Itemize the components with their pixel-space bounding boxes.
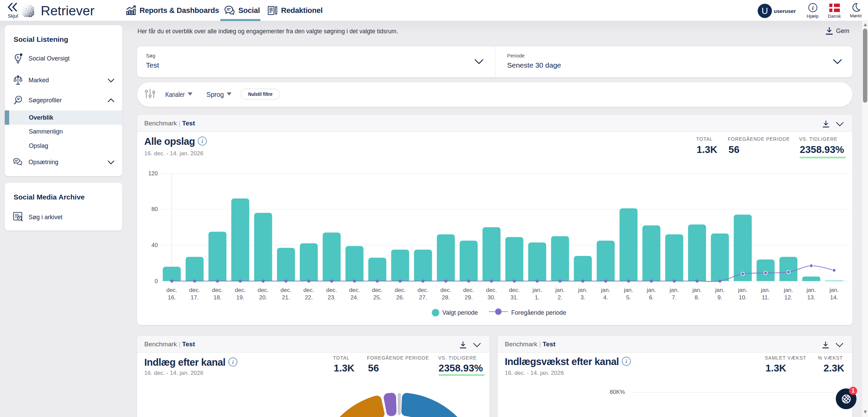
svg-text:7.: 7. [672, 294, 677, 301]
svg-text:dec.: dec. [189, 287, 200, 293]
svg-text:dec.: dec. [395, 287, 406, 293]
svg-text:dec.: dec. [509, 287, 520, 293]
svg-text:29.: 29. [465, 294, 473, 301]
svg-text:25.: 25. [373, 294, 382, 301]
svg-text:dec.: dec. [486, 287, 497, 293]
svg-text:30.: 30. [487, 294, 496, 301]
svg-text:Valgt periode: Valgt periode [442, 309, 478, 316]
svg-text:jan.: jan. [624, 287, 633, 293]
svg-text:5.: 5. [626, 294, 631, 301]
svg-text:dec.: dec. [280, 287, 291, 293]
svg-text:23.: 23. [328, 294, 336, 301]
svg-text:jan.: jan. [806, 287, 816, 293]
svg-text:i: i [202, 138, 203, 144]
svg-text:jan.: jan. [646, 287, 656, 293]
svg-text:4.: 4. [603, 294, 608, 301]
svg-text:10.: 10. [739, 294, 747, 301]
svg-text:jan.: jan. [715, 287, 724, 293]
svg-text:20.: 20. [259, 294, 267, 301]
svg-text:17.: 17. [190, 294, 199, 301]
svg-text:dec.: dec. [303, 287, 314, 293]
svg-text:9.: 9. [718, 294, 722, 301]
svg-text:jan.: jan. [555, 287, 565, 293]
svg-text:13.: 13. [807, 294, 815, 301]
svg-text:jan.: jan. [578, 287, 587, 293]
svg-text:jan.: jan. [738, 287, 747, 293]
svg-text:2.: 2. [558, 294, 562, 301]
svg-text:8.: 8. [695, 294, 699, 301]
svg-text:dec.: dec. [166, 287, 177, 293]
svg-text:jan.: jan. [783, 287, 793, 293]
svg-text:Foregående periode: Foregående periode [511, 309, 566, 316]
svg-text:dec.: dec. [349, 287, 360, 293]
svg-text:27.: 27. [419, 294, 427, 301]
svg-text:1.: 1. [535, 294, 539, 301]
svg-text:dec.: dec. [326, 287, 337, 293]
svg-text:dec.: dec. [235, 287, 246, 293]
svg-text:16.: 16. [168, 294, 176, 301]
svg-text:jan.: jan. [532, 287, 542, 293]
svg-text:i: i [626, 359, 627, 364]
svg-text:dec.: dec. [418, 287, 428, 293]
svg-text:40: 40 [151, 242, 158, 248]
svg-text:18.: 18. [214, 294, 222, 301]
svg-text:jan.: jan. [669, 287, 679, 293]
svg-text:22.: 22. [305, 294, 313, 301]
svg-text:dec.: dec. [440, 287, 451, 293]
svg-text:3.: 3. [580, 294, 585, 301]
svg-text:dec.: dec. [258, 287, 269, 293]
svg-text:dec.: dec. [212, 287, 223, 293]
svg-text:jan.: jan. [601, 287, 610, 293]
svg-text:21.: 21. [282, 294, 290, 301]
svg-text:31.: 31. [510, 294, 518, 301]
svg-text:120: 120 [148, 170, 158, 177]
svg-text:i: i [812, 5, 814, 11]
svg-text:24.: 24. [350, 294, 358, 301]
svg-text:12.: 12. [784, 294, 793, 301]
svg-text:jan.: jan. [761, 287, 770, 293]
svg-text:dec.: dec. [372, 287, 383, 293]
svg-text:80: 80 [151, 206, 158, 212]
svg-text:11.: 11. [762, 294, 769, 301]
svg-text:dec.: dec. [463, 287, 474, 293]
svg-text:14.: 14. [830, 294, 838, 301]
svg-text:28.: 28. [442, 294, 450, 301]
svg-text:0: 0 [155, 278, 158, 284]
svg-text:6.: 6. [649, 294, 654, 301]
svg-text:jan.: jan. [692, 287, 702, 293]
svg-text:jan.: jan. [829, 287, 838, 293]
svg-text:19.: 19. [236, 294, 244, 301]
svg-text:26.: 26. [396, 294, 404, 301]
